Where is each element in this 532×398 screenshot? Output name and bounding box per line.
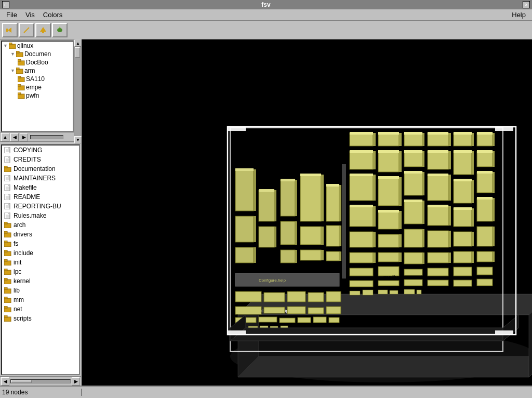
file-item[interactable]: kernel [2, 276, 79, 286]
file-scroll-left[interactable]: ◀ [1, 377, 9, 386]
tree-item-documentation[interactable]: ▼ Documen [2, 50, 73, 58]
svg-rect-179 [350, 206, 373, 227]
svg-rect-159 [477, 150, 493, 153]
file-item[interactable]: init [2, 258, 79, 267]
file-item[interactable]: Rules.make [2, 211, 79, 220]
file-item[interactable]: lib [2, 286, 79, 295]
svg-rect-134 [428, 133, 448, 146]
menu-vis[interactable]: Vis [21, 10, 39, 20]
svg-rect-14 [16, 51, 19, 53]
svg-rect-234 [363, 290, 373, 295]
svg-rect-107 [295, 221, 297, 245]
tree-vscroll-track[interactable] [74, 47, 81, 136]
svg-rect-175 [472, 180, 474, 203]
svg-rect-77 [4, 287, 7, 289]
vis-area[interactable]: src.zylib.c src.sylib.c src.sylib.c Conf… [82, 39, 532, 386]
menu-colors[interactable]: Colors [39, 10, 67, 20]
tree-vscrollbar[interactable]: ▲ ▼ [74, 39, 81, 143]
tree-view[interactable]: ▼ qlinux ▼ Documen DocBoo [1, 41, 74, 132]
file-item[interactable]: fs [2, 239, 79, 248]
svg-rect-137 [454, 133, 472, 146]
file-item[interactable]: Makefile [2, 183, 79, 192]
close-button[interactable]: × [523, 1, 530, 8]
svg-rect-97 [254, 247, 256, 263]
svg-rect-93 [254, 169, 256, 211]
tree-vscroll-down[interactable]: ▼ [74, 136, 82, 143]
svg-rect-221 [350, 268, 373, 276]
file-hscroll-track[interactable] [10, 379, 71, 383]
tree-item-qlinux[interactable]: ▼ qlinux [2, 42, 73, 50]
svg-rect-116 [300, 227, 321, 245]
svg-rect-196 [493, 198, 495, 221]
svg-rect-167 [404, 172, 422, 195]
tree-item-sa110[interactable]: SA110 [2, 75, 73, 83]
svg-rect-75 [4, 278, 7, 280]
file-item[interactable]: include [2, 248, 79, 258]
file-item[interactable]: COPYING [2, 145, 79, 155]
svg-rect-224 [428, 268, 448, 276]
svg-rect-207 [477, 227, 493, 246]
menu-help[interactable]: Help [508, 10, 530, 20]
tree-scroll-right[interactable]: ▶ [20, 133, 28, 141]
svg-rect-114 [326, 184, 339, 187]
svg-rect-127 [373, 133, 376, 146]
svg-point-9 [57, 28, 62, 32]
up-button[interactable] [35, 23, 51, 37]
svg-rect-158 [477, 151, 493, 167]
tree-scroll-up[interactable]: ▲ [1, 133, 9, 141]
svg-rect-16 [18, 59, 21, 61]
svg-rect-131 [404, 133, 422, 146]
forward-button[interactable] [19, 23, 34, 37]
svg-rect-246 [264, 293, 285, 302]
tree-vscroll[interactable] [65, 132, 74, 141]
svg-rect-199 [378, 234, 399, 247]
file-item[interactable]: ipc [2, 267, 79, 276]
svg-rect-133 [422, 133, 424, 146]
file-item[interactable]: scripts [2, 314, 79, 323]
svg-rect-215 [428, 253, 448, 263]
file-item[interactable]: arch [2, 220, 79, 230]
svg-rect-95 [254, 216, 256, 242]
back-button[interactable] [2, 23, 18, 37]
svg-rect-250 [235, 307, 261, 314]
tree-item-arm[interactable]: ▼ arm [2, 67, 73, 75]
svg-rect-110 [300, 175, 321, 221]
file-item[interactable]: mm [2, 295, 79, 304]
file-item[interactable]: Documentation [2, 164, 79, 174]
svg-text:src.zylib.c: src.zylib.c [357, 276, 373, 279]
svg-rect-227 [350, 281, 373, 287]
node-count: 19 nodes [0, 389, 82, 396]
tree-scroll-left[interactable]: ◀ [10, 133, 19, 141]
tree-vscroll-thumb[interactable] [75, 47, 80, 58]
svg-rect-231 [454, 280, 472, 286]
file-item[interactable]: REPORTING-BU [2, 202, 79, 211]
tree-item-docbook[interactable]: DocBoo [2, 58, 73, 67]
file-scroll-right[interactable]: ▶ [72, 377, 80, 386]
svg-rect-124 [342, 164, 346, 278]
svg-rect-198 [373, 232, 376, 247]
svg-rect-208 [493, 227, 495, 246]
menu-file[interactable]: File [2, 10, 21, 20]
file-item[interactable]: net [2, 304, 79, 314]
file-hscroll-thumb[interactable] [11, 380, 32, 383]
svg-rect-111 [300, 174, 321, 176]
svg-rect-73 [4, 269, 7, 271]
file-item[interactable]: drivers [2, 230, 79, 239]
tree-item-pwfn[interactable]: pwfn [2, 91, 73, 100]
svg-rect-185 [404, 201, 422, 224]
svg-rect-195 [477, 197, 493, 200]
file-item[interactable]: MAINTAINERS [2, 174, 79, 183]
svg-rect-165 [378, 176, 399, 179]
tree-item-empe[interactable]: empe [2, 83, 73, 91]
home-button[interactable] [52, 23, 68, 37]
file-item[interactable]: CREDITS [2, 155, 79, 164]
file-item[interactable]: README [2, 192, 79, 202]
status-bar: 19 nodes [0, 386, 532, 398]
svg-rect-139 [472, 133, 474, 146]
svg-rect-24 [18, 92, 21, 95]
svg-rect-230 [428, 280, 448, 286]
tree-vscroll-up[interactable]: ▲ [74, 39, 82, 47]
svg-rect-181 [373, 206, 376, 227]
file-list[interactable]: COPYINGCREDITSDocumentationMAINTAINERSMa… [1, 144, 80, 375]
svg-rect-147 [378, 150, 399, 153]
